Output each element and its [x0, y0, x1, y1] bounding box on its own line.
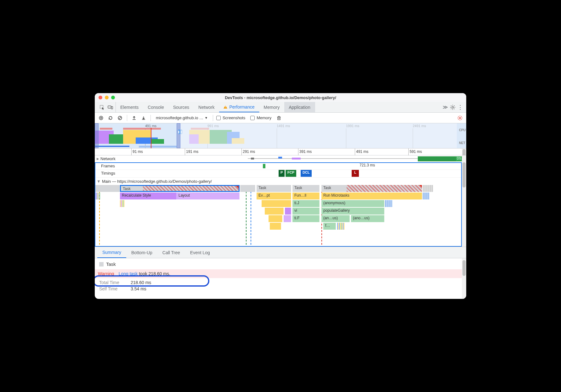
screenshots-checkbox[interactable]: Screenshots [216, 115, 245, 120]
track-main[interactable]: ▼Main — https://microsoftedge.github.io/… [95, 178, 466, 185]
track-frames[interactable]: Frames [95, 163, 128, 169]
self-time-val: 3.54 ms [131, 286, 146, 291]
tab-sources[interactable]: Sources [169, 102, 194, 112]
overview-pane[interactable]: 491 ms 991 ms 1491 ms 1991 ms 2491 ms [95, 123, 466, 148]
flame-f[interactable]: f… [323, 223, 336, 230]
flame-task-4[interactable]: Task [321, 185, 422, 192]
devtools-window: DevTools - microsoftedge.github.io/Demos… [95, 93, 466, 299]
tab-performance[interactable]: Performance [219, 102, 259, 112]
btab-event-log[interactable]: Event Log [185, 247, 215, 258]
svg-point-3 [452, 106, 453, 108]
net-label: NET [459, 141, 466, 145]
self-time-key: Self Time [99, 286, 126, 291]
perf-settings-icon[interactable] [456, 114, 464, 122]
flame-anus[interactable]: (an…us) [321, 215, 350, 222]
timing-l[interactable]: L [352, 170, 359, 177]
flame-tiF[interactable]: ti.F [292, 215, 320, 222]
svg-point-5 [100, 117, 102, 119]
ruler-91: 91 ms [133, 149, 143, 154]
overview-handle-left[interactable] [95, 123, 99, 148]
minimize-icon[interactable] [105, 96, 109, 99]
clear-button[interactable] [116, 114, 124, 122]
ruler-291: 291 ms [243, 149, 255, 154]
svg-line-7 [119, 117, 121, 119]
gc-button[interactable] [275, 114, 283, 122]
device-icon[interactable] [107, 104, 113, 110]
timing-p[interactable]: P [279, 170, 285, 177]
flame-populate[interactable]: populateGallery [321, 208, 384, 215]
svg-rect-2 [111, 106, 113, 109]
tab-application[interactable]: Application [284, 102, 315, 112]
upload-button[interactable] [130, 114, 138, 122]
close-icon[interactable] [99, 96, 102, 99]
track-network[interactable]: ▶Network [95, 155, 128, 162]
track-timings[interactable]: Timings [95, 170, 128, 176]
flame-funll[interactable]: Fun…ll [292, 193, 320, 199]
zoom-icon[interactable] [111, 96, 115, 99]
svg-rect-1 [108, 106, 111, 108]
kebab-icon[interactable]: ⋮ [457, 104, 463, 110]
ov-tick-491: 491 ms [145, 124, 156, 128]
svg-point-14 [459, 117, 461, 119]
timing-dcl[interactable]: DCL [301, 170, 312, 177]
flame-recalc[interactable]: Recalculate Style [120, 193, 177, 199]
recording-url: microsoftedge.github.io … [156, 115, 203, 120]
panel-tabs: Elements Console Sources Network Perform… [95, 102, 466, 113]
tab-elements[interactable]: Elements [116, 102, 143, 112]
ruler-491: 491 ms [356, 149, 368, 154]
flame-vi[interactable]: vi [292, 208, 320, 215]
summary-pane: Task Warning Long task took 218.60 ms. T… [95, 258, 466, 299]
summary-event-name: Task [106, 261, 116, 267]
time-ruler[interactable]: 91 ms 191 ms 291 ms 391 ms 491 ms 591 ms [95, 148, 466, 155]
annotation-callout [95, 275, 209, 287]
ruler-191: 191 ms [186, 149, 198, 154]
flame-layout[interactable]: Layout [177, 193, 240, 199]
btab-summary[interactable]: Summary [97, 247, 126, 258]
tab-network[interactable]: Network [194, 102, 219, 112]
traffic-lights [99, 96, 115, 99]
task-color-swatch [99, 262, 104, 266]
warning-icon [224, 105, 227, 109]
timing-ms: 721.3 ms [360, 163, 375, 167]
flame-task-selected[interactable]: Task [120, 185, 240, 192]
flame-task-2[interactable]: Task [257, 185, 291, 192]
svg-rect-13 [279, 116, 280, 117]
flame-tiJ[interactable]: ti.J [292, 200, 320, 207]
flame-anon[interactable]: (anonymous) [321, 200, 384, 207]
recording-selector[interactable]: microsoftedge.github.io … ▼ [154, 115, 210, 120]
flamechart-area[interactable]: ▶Network DS… Frames Timings 721.3 ms P [95, 155, 466, 247]
flame-micro[interactable]: Run Microtasks [321, 193, 422, 199]
more-tabs-icon[interactable]: ≫ [443, 104, 448, 110]
titlebar: DevTools - microsoftedge.github.io/Demos… [95, 93, 466, 102]
flame-task-3[interactable]: Task [292, 185, 320, 192]
dropdown-icon: ▼ [205, 116, 208, 120]
window-title: DevTools - microsoftedge.github.io/Demos… [95, 95, 466, 100]
flame-evpt[interactable]: Ev…pt [257, 193, 291, 199]
perf-toolbar: microsoftedge.github.io … ▼ Screenshots … [95, 113, 466, 123]
settings-icon[interactable] [450, 104, 456, 110]
tab-memory[interactable]: Memory [259, 102, 285, 112]
tab-performance-label: Performance [229, 104, 254, 109]
reload-record-button[interactable] [107, 114, 114, 122]
ruler-591: 591 ms [410, 149, 422, 154]
details-tabs: Summary Bottom-Up Call Tree Event Log [95, 247, 466, 258]
tab-console[interactable]: Console [143, 102, 168, 112]
btab-call-tree[interactable]: Call Tree [157, 247, 185, 258]
overview-handle-right[interactable] [177, 123, 180, 148]
memory-checkbox[interactable]: Memory [250, 115, 271, 120]
flame-anous[interactable]: (ano…us) [351, 215, 384, 222]
ruler-391: 391 ms [299, 149, 312, 154]
timing-fcp[interactable]: FCP [286, 170, 296, 177]
overview-cursor [151, 128, 151, 148]
btab-bottom-up[interactable]: Bottom-Up [126, 247, 157, 258]
download-button[interactable] [140, 114, 147, 122]
cpu-label: CPU [459, 128, 466, 132]
inspect-icon[interactable] [99, 104, 105, 110]
record-button[interactable] [97, 114, 105, 122]
